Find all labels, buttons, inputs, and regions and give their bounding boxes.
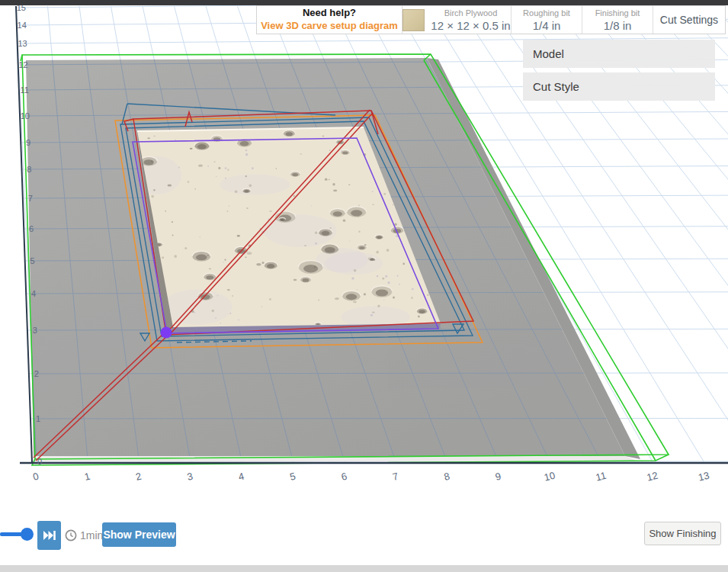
time-estimate-icon — [65, 529, 77, 541]
x-axis-label: 12 — [646, 470, 659, 484]
simulation-progress-handle[interactable] — [21, 528, 34, 541]
window-top-strip — [0, 0, 728, 5]
x-axis-label: 8 — [443, 470, 451, 482]
x-axis-label: 4 — [237, 470, 245, 482]
y-axis-label: 3 — [33, 326, 37, 335]
material-section[interactable]: Birch Plywood 12 × 12 × 0.5 in — [402, 6, 511, 34]
y-axis-label: 12 — [18, 60, 27, 69]
time-estimate-label: 1min — [80, 529, 103, 541]
x-axis-label: 9 — [494, 470, 502, 482]
x-axis-label: 1 — [83, 470, 91, 482]
y-axis-label: 1 — [36, 414, 40, 423]
x-axis-label: 5 — [289, 470, 297, 482]
roughing-bit-section[interactable]: Roughing bit 1/4 in — [511, 6, 582, 34]
y-axis-label: 6 — [29, 224, 34, 233]
model-accordion-label: Model — [533, 47, 564, 60]
x-axis-label: 7 — [391, 470, 399, 482]
y-axis-label: 7 — [28, 194, 33, 203]
cut-settings-button[interactable]: Cut Settings — [653, 6, 725, 34]
cut-settings-label: Cut Settings — [660, 14, 718, 26]
x-axis-label: 13 — [697, 470, 710, 484]
finishing-bit-section[interactable]: Finishing bit 1/8 in — [582, 6, 653, 34]
setup-info-bar: Need help? View 3D carve setup diagram B… — [256, 5, 726, 34]
show-finishing-button[interactable]: Show Finishing — [644, 522, 721, 545]
roughing-bit-value: 1/4 in — [533, 19, 561, 32]
cut-style-accordion-label: Cut Style — [533, 80, 579, 93]
y-axis-label: 0 — [37, 457, 42, 466]
roughing-bit-label: Roughing bit — [523, 8, 570, 19]
finishing-bit-value: 1/8 in — [604, 19, 632, 32]
window-bottom-strip — [0, 565, 728, 572]
setup-diagram-link[interactable]: View 3D carve setup diagram — [261, 20, 398, 33]
start-point-marker — [161, 327, 172, 339]
x-axis-label: 2 — [134, 470, 143, 482]
y-axis-label: 9 — [26, 138, 30, 147]
x-axis-label: 11 — [595, 470, 608, 484]
y-axis-label: 13 — [18, 39, 27, 48]
y-axis-label: 2 — [34, 369, 39, 378]
y-axis-label: 8 — [27, 165, 31, 174]
x-axis-label: 3 — [186, 470, 194, 482]
x-axis-label: 0 — [32, 470, 40, 482]
y-axis-label: 10 — [21, 111, 30, 121]
material-size: 12 × 12 × 0.5 in — [431, 19, 510, 32]
show-preview-button[interactable]: Show Preview — [102, 522, 176, 547]
y-axis-label: 5 — [30, 256, 35, 265]
cut-style-accordion-header[interactable]: Cut Style — [523, 72, 715, 101]
model-accordion-header[interactable]: Model — [523, 40, 715, 68]
finishing-bit-label: Finishing bit — [595, 8, 640, 19]
skip-to-end-icon — [43, 531, 56, 540]
y-axis-label: 4 — [31, 289, 36, 298]
material-name: Birch Plywood — [444, 8, 498, 19]
help-title: Need help? — [303, 7, 356, 20]
show-preview-label: Show Preview — [103, 529, 175, 541]
show-finishing-label: Show Finishing — [649, 528, 716, 539]
x-axis-label: 10 — [543, 470, 556, 484]
x-axis-label: 6 — [340, 470, 348, 482]
x-axis-labels: 012345678910111213 — [32, 470, 710, 484]
y-axis-label: 14 — [18, 21, 27, 30]
y-axis-label: 11 — [20, 85, 28, 95]
help-section: Need help? View 3D carve setup diagram — [257, 6, 402, 34]
skip-to-end-button[interactable] — [37, 521, 61, 550]
material-swatch-icon — [402, 9, 425, 31]
